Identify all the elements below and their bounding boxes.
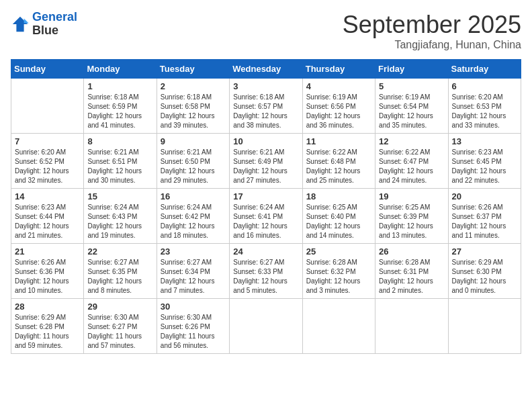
weekday-header-monday: Monday [84,60,157,79]
weekday-header-tuesday: Tuesday [157,60,229,79]
day-number: 26 [379,246,444,257]
day-info: Sunrise: 6:18 AM Sunset: 6:59 PM Dayligh… [87,93,152,130]
page-header: General Blue September 2025 Tangjiafang,… [11,11,521,51]
logo-icon [11,15,30,34]
day-info: Sunrise: 6:26 AM Sunset: 6:36 PM Dayligh… [15,258,80,295]
day-info: Sunrise: 6:27 AM Sunset: 6:35 PM Dayligh… [87,258,152,295]
day-info: Sunrise: 6:19 AM Sunset: 6:54 PM Dayligh… [379,93,444,130]
day-number: 17 [233,191,298,201]
calendar-cell: 24Sunrise: 6:27 AM Sunset: 6:33 PM Dayli… [230,244,302,299]
calendar-cell: 28Sunrise: 6:29 AM Sunset: 6:28 PM Dayli… [11,299,84,354]
day-info: Sunrise: 6:24 AM Sunset: 6:43 PM Dayligh… [87,203,152,240]
weekday-header-friday: Friday [375,60,448,79]
calendar-cell: 2Sunrise: 6:18 AM Sunset: 6:58 PM Daylig… [157,79,229,134]
calendar-cell: 16Sunrise: 6:24 AM Sunset: 6:42 PM Dayli… [157,189,229,244]
weekday-header-wednesday: Wednesday [230,60,302,79]
day-number: 23 [161,246,226,257]
day-number: 14 [15,191,80,201]
title-block: September 2025 Tangjiafang, Hunan, China [343,11,521,51]
day-info: Sunrise: 6:22 AM Sunset: 6:48 PM Dayligh… [306,148,371,185]
day-info: Sunrise: 6:19 AM Sunset: 6:56 PM Dayligh… [306,93,371,130]
day-number: 30 [161,302,226,312]
calendar-week-row: 14Sunrise: 6:23 AM Sunset: 6:44 PM Dayli… [11,189,521,244]
day-number: 10 [233,136,298,146]
day-info: Sunrise: 6:27 AM Sunset: 6:34 PM Dayligh… [161,258,226,295]
month-title: September 2025 [343,11,521,39]
calendar-cell [230,299,302,354]
day-number: 8 [87,136,152,146]
calendar-cell: 14Sunrise: 6:23 AM Sunset: 6:44 PM Dayli… [11,189,84,244]
logo-text: General Blue [32,11,77,38]
calendar-cell: 22Sunrise: 6:27 AM Sunset: 6:35 PM Dayli… [84,244,157,299]
day-info: Sunrise: 6:20 AM Sunset: 6:53 PM Dayligh… [452,93,517,130]
calendar-cell: 8Sunrise: 6:21 AM Sunset: 6:51 PM Daylig… [84,134,157,189]
day-info: Sunrise: 6:30 AM Sunset: 6:26 PM Dayligh… [161,313,226,351]
calendar-cell: 12Sunrise: 6:22 AM Sunset: 6:47 PM Dayli… [375,134,448,189]
calendar-cell: 5Sunrise: 6:19 AM Sunset: 6:54 PM Daylig… [375,79,448,134]
day-info: Sunrise: 6:18 AM Sunset: 6:58 PM Dayligh… [161,93,226,130]
day-info: Sunrise: 6:28 AM Sunset: 6:31 PM Dayligh… [379,258,444,295]
day-number: 19 [379,191,444,201]
calendar-cell: 23Sunrise: 6:27 AM Sunset: 6:34 PM Dayli… [157,244,229,299]
day-info: Sunrise: 6:27 AM Sunset: 6:33 PM Dayligh… [233,258,298,295]
day-info: Sunrise: 6:26 AM Sunset: 6:37 PM Dayligh… [452,203,517,240]
weekday-header-thursday: Thursday [302,60,375,79]
calendar-cell: 20Sunrise: 6:26 AM Sunset: 6:37 PM Dayli… [448,189,521,244]
day-number: 24 [233,246,298,257]
calendar-cell: 1Sunrise: 6:18 AM Sunset: 6:59 PM Daylig… [84,79,157,134]
day-number: 25 [306,246,371,257]
calendar-cell: 10Sunrise: 6:21 AM Sunset: 6:49 PM Dayli… [230,134,302,189]
day-number: 4 [306,81,371,91]
calendar-cell [302,299,375,354]
day-number: 27 [452,246,517,257]
day-info: Sunrise: 6:29 AM Sunset: 6:30 PM Dayligh… [452,258,517,295]
day-info: Sunrise: 6:25 AM Sunset: 6:39 PM Dayligh… [379,203,444,240]
calendar-cell: 27Sunrise: 6:29 AM Sunset: 6:30 PM Dayli… [448,244,521,299]
calendar-cell: 30Sunrise: 6:30 AM Sunset: 6:26 PM Dayli… [157,299,229,354]
day-number: 6 [452,81,517,91]
day-number: 28 [15,302,80,312]
calendar-cell: 19Sunrise: 6:25 AM Sunset: 6:39 PM Dayli… [375,189,448,244]
day-number: 13 [452,136,517,146]
logo: General Blue [11,11,77,38]
calendar-cell: 25Sunrise: 6:28 AM Sunset: 6:32 PM Dayli… [302,244,375,299]
day-number: 22 [87,246,152,257]
weekday-header-saturday: Saturday [448,60,521,79]
weekday-header-row: SundayMondayTuesdayWednesdayThursdayFrid… [11,60,521,79]
day-info: Sunrise: 6:22 AM Sunset: 6:47 PM Dayligh… [379,148,444,185]
calendar-cell: 18Sunrise: 6:25 AM Sunset: 6:40 PM Dayli… [302,189,375,244]
calendar-cell: 15Sunrise: 6:24 AM Sunset: 6:43 PM Dayli… [84,189,157,244]
day-info: Sunrise: 6:28 AM Sunset: 6:32 PM Dayligh… [306,258,371,295]
day-number: 11 [306,136,371,146]
day-info: Sunrise: 6:21 AM Sunset: 6:50 PM Dayligh… [161,148,226,185]
day-info: Sunrise: 6:21 AM Sunset: 6:49 PM Dayligh… [233,148,298,185]
calendar-cell: 11Sunrise: 6:22 AM Sunset: 6:48 PM Dayli… [302,134,375,189]
day-number: 5 [379,81,444,91]
day-info: Sunrise: 6:23 AM Sunset: 6:44 PM Dayligh… [15,203,80,240]
day-number: 18 [306,191,371,201]
calendar-cell: 17Sunrise: 6:24 AM Sunset: 6:41 PM Dayli… [230,189,302,244]
calendar-week-row: 28Sunrise: 6:29 AM Sunset: 6:28 PM Dayli… [11,299,521,354]
day-number: 3 [233,81,298,91]
calendar-cell [375,299,448,354]
calendar-week-row: 21Sunrise: 6:26 AM Sunset: 6:36 PM Dayli… [11,244,521,299]
day-number: 1 [87,81,152,91]
day-info: Sunrise: 6:24 AM Sunset: 6:41 PM Dayligh… [233,203,298,240]
day-info: Sunrise: 6:24 AM Sunset: 6:42 PM Dayligh… [161,203,226,240]
calendar-cell: 4Sunrise: 6:19 AM Sunset: 6:56 PM Daylig… [302,79,375,134]
day-number: 2 [161,81,226,91]
day-info: Sunrise: 6:20 AM Sunset: 6:52 PM Dayligh… [15,148,80,185]
calendar-cell: 9Sunrise: 6:21 AM Sunset: 6:50 PM Daylig… [157,134,229,189]
location: Tangjiafang, Hunan, China [343,39,521,51]
calendar-cell: 3Sunrise: 6:18 AM Sunset: 6:57 PM Daylig… [230,79,302,134]
calendar-week-row: 1Sunrise: 6:18 AM Sunset: 6:59 PM Daylig… [11,79,521,134]
day-number: 21 [15,246,80,257]
calendar-cell: 13Sunrise: 6:23 AM Sunset: 6:45 PM Dayli… [448,134,521,189]
day-number: 16 [161,191,226,201]
day-info: Sunrise: 6:18 AM Sunset: 6:57 PM Dayligh… [233,93,298,130]
day-number: 20 [452,191,517,201]
day-number: 29 [87,302,152,312]
calendar-table: SundayMondayTuesdayWednesdayThursdayFrid… [11,59,521,354]
calendar-cell: 26Sunrise: 6:28 AM Sunset: 6:31 PM Dayli… [375,244,448,299]
day-info: Sunrise: 6:25 AM Sunset: 6:40 PM Dayligh… [306,203,371,240]
